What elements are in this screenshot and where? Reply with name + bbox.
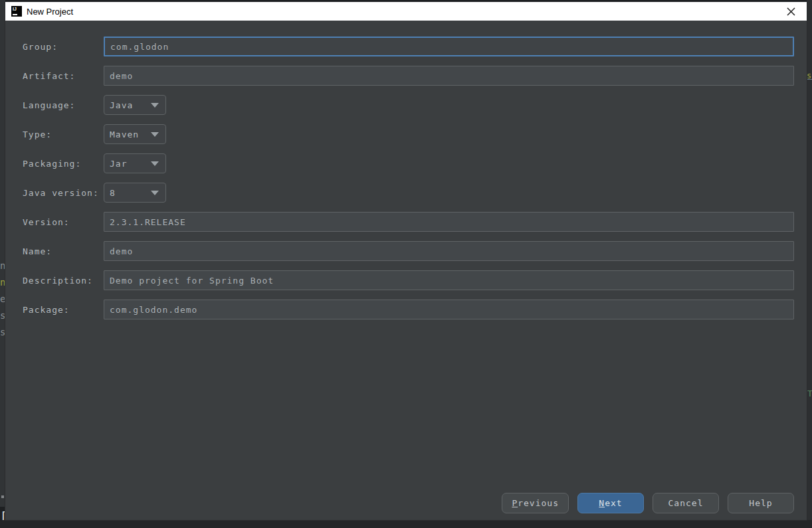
language-label: Language:: [23, 100, 104, 110]
background-text-fragment: T: [807, 389, 812, 398]
type-label: Type:: [23, 130, 104, 139]
form-row-language: Language: Java: [23, 95, 794, 115]
form-row-java-version: Java version: 8: [23, 183, 794, 203]
package-label: Package:: [23, 305, 104, 315]
artifact-input[interactable]: [104, 66, 794, 86]
group-input[interactable]: [104, 37, 794, 56]
type-select-value: Maven: [110, 130, 139, 139]
chevron-down-icon: [151, 191, 159, 195]
next-button[interactable]: Next: [577, 493, 644, 513]
version-label: Version:: [23, 217, 104, 227]
packaging-select-value: Jar: [110, 159, 127, 169]
description-input[interactable]: [104, 270, 794, 290]
packaging-label: Packaging:: [23, 159, 104, 169]
dialog-title: New Project: [27, 7, 73, 17]
chevron-down-icon: [151, 103, 159, 108]
version-input[interactable]: [104, 212, 794, 232]
java-version-label: Java version:: [23, 188, 104, 198]
intellij-logo-letters: IJ: [13, 7, 17, 11]
new-project-dialog: IJ New Project Group: Artifact: Language…: [5, 2, 807, 520]
form-row-type: Type: Maven: [23, 124, 794, 144]
background-left-strip: n n e s s [: [0, 0, 5, 528]
java-version-select-value: 8: [110, 188, 116, 198]
form-row-version: Version:: [23, 212, 794, 232]
background-text-fragment: n: [0, 261, 5, 270]
chevron-down-icon: [151, 161, 159, 166]
cancel-button[interactable]: Cancel: [653, 493, 719, 513]
form-row-package: Package:: [23, 300, 794, 319]
dialog-titlebar[interactable]: IJ New Project: [5, 2, 807, 21]
form-row-description: Description:: [23, 270, 794, 290]
background-text-fragment: s: [0, 327, 5, 337]
language-select-value: Java: [110, 100, 133, 110]
packaging-select[interactable]: Jar: [104, 153, 166, 173]
dialog-button-bar: Previous Next Cancel Help: [502, 493, 794, 513]
close-icon[interactable]: [781, 2, 800, 21]
new-project-form: Group: Artifact: Language: Java Type: Ma…: [5, 21, 807, 319]
package-input[interactable]: [104, 300, 794, 319]
background-dot: [1, 495, 4, 498]
background-text-fragment: s: [0, 311, 5, 320]
background-text-fragment: so: [807, 72, 812, 80]
background-bottom-strip: [0, 520, 812, 528]
name-input[interactable]: [104, 241, 794, 261]
form-row-group: Group:: [23, 37, 794, 56]
chevron-down-icon: [151, 132, 159, 137]
description-label: Description:: [23, 276, 104, 286]
language-select[interactable]: Java: [104, 95, 166, 115]
background-text-fragment: e: [0, 294, 5, 304]
previous-button[interactable]: Previous: [502, 493, 569, 513]
name-label: Name:: [23, 246, 104, 256]
form-row-packaging: Packaging: Jar: [23, 153, 794, 173]
java-version-select[interactable]: 8: [104, 183, 166, 203]
background-right-strip: so T: [807, 0, 812, 528]
intellij-logo-bar: [13, 14, 17, 15]
background-text-fragment: n: [0, 278, 5, 287]
intellij-logo-icon: IJ: [11, 6, 22, 17]
help-button[interactable]: Help: [728, 493, 794, 513]
form-row-name: Name:: [23, 241, 794, 261]
form-row-artifact: Artifact:: [23, 66, 794, 86]
type-select[interactable]: Maven: [104, 124, 166, 144]
group-label: Group:: [23, 42, 104, 52]
artifact-label: Artifact:: [23, 71, 104, 81]
